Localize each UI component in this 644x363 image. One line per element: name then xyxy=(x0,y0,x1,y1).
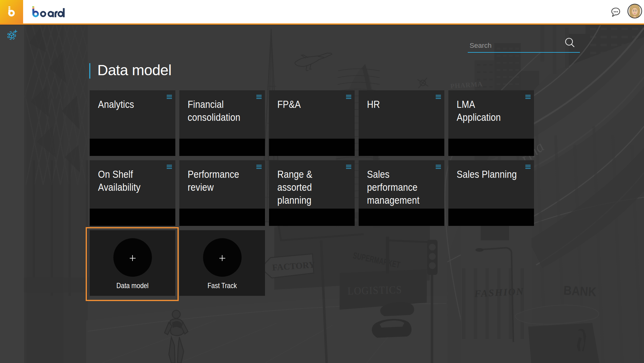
svg-text:BANK: BANK xyxy=(563,283,597,299)
svg-text:LOGISTICS: LOGISTICS xyxy=(347,283,402,297)
